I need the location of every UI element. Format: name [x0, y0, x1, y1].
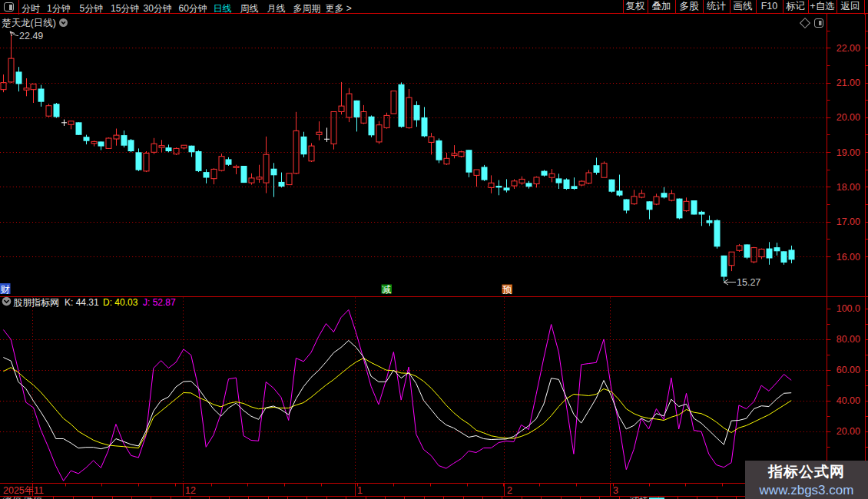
svg-text:18.00: 18.00: [837, 182, 860, 193]
svg-text:12: 12: [185, 485, 196, 496]
svg-text:17.00: 17.00: [837, 216, 860, 227]
svg-text:16.00: 16.00: [837, 252, 860, 263]
svg-text:22.49: 22.49: [19, 31, 43, 41]
svg-text:J: 52.87: J: 52.87: [143, 297, 176, 308]
svg-text:40.00: 40.00: [837, 395, 860, 406]
svg-text:预: 预: [502, 284, 512, 295]
svg-text:K: 44.31: K: 44.31: [65, 297, 99, 308]
svg-text:20.00: 20.00: [837, 426, 860, 437]
svg-text:80.00: 80.00: [837, 334, 860, 345]
svg-text:22.00: 22.00: [837, 43, 860, 54]
svg-text:2025年: 2025年: [3, 485, 34, 496]
svg-text:D: 40.03: D: 40.03: [103, 297, 138, 308]
svg-text:15.27: 15.27: [737, 277, 760, 288]
svg-text:100.0: 100.0: [837, 303, 860, 314]
svg-text:19.00: 19.00: [837, 147, 860, 158]
svg-text:11: 11: [34, 485, 44, 496]
svg-text:股朋指标网: 股朋指标网: [13, 297, 59, 308]
svg-text:2: 2: [507, 485, 512, 496]
svg-text:涨停 跌停: 涨停 跌停: [2, 495, 42, 499]
svg-text:财: 财: [1, 284, 10, 295]
svg-text:3: 3: [613, 485, 618, 496]
svg-text:1: 1: [357, 485, 363, 496]
svg-text:减持: 减持: [630, 495, 648, 499]
svg-text:60.00: 60.00: [837, 365, 860, 375]
svg-text:20.00: 20.00: [837, 112, 860, 123]
svg-text:减: 减: [382, 284, 391, 295]
svg-text:21.00: 21.00: [837, 78, 860, 88]
